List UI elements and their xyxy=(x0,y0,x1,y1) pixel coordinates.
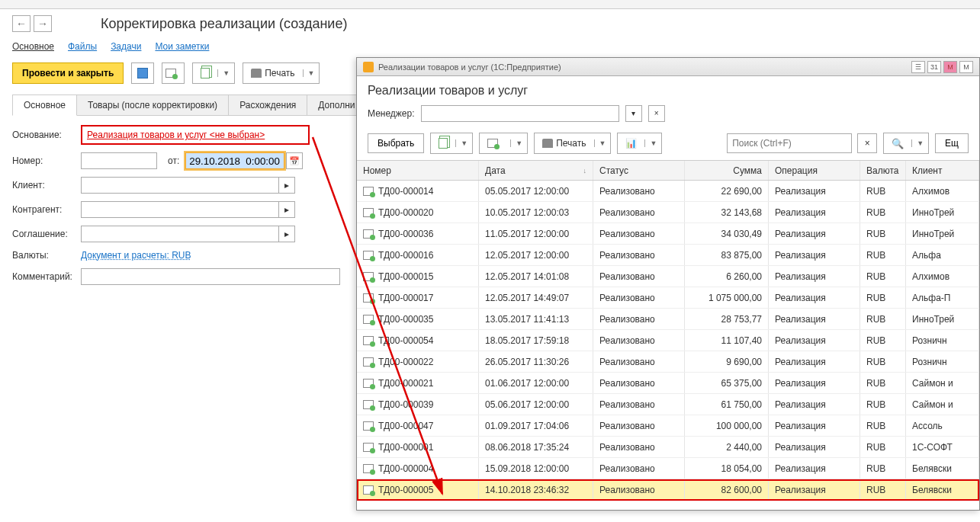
magnify-icon: 🔍 xyxy=(884,138,911,149)
table-row[interactable]: ТД00-00001405.05.2017 12:00:00Реализован… xyxy=(357,181,979,202)
doc-icon xyxy=(363,443,374,452)
edi-button[interactable]: ▼ xyxy=(479,133,528,154)
table-row[interactable]: ТД00-00001512.05.2017 14:01:08Реализован… xyxy=(357,266,979,287)
section-tab-notes[interactable]: Мои заметки xyxy=(155,41,209,52)
table-row[interactable]: ТД00-00003513.05.2017 11:41:13Реализован… xyxy=(357,309,979,330)
grid: Номер Дата↓ Статус Сумма Операция Валюта… xyxy=(357,160,979,510)
table-row[interactable]: ТД00-00000108.06.2018 17:35:24Реализован… xyxy=(357,437,979,458)
save-icon xyxy=(137,68,148,78)
manager-input[interactable] xyxy=(421,105,619,122)
table-row[interactable]: ТД00-00002010.05.2017 12:00:03Реализован… xyxy=(357,202,979,223)
doc-icon xyxy=(363,293,374,303)
calendar-button[interactable]: 📅 xyxy=(286,152,303,169)
doc-icon xyxy=(363,229,374,239)
table-row[interactable]: ТД00-00004701.09.2017 17:04:06Реализован… xyxy=(357,415,979,437)
table-row[interactable]: ТД00-00001612.05.2017 12:00:00Реализован… xyxy=(357,245,979,266)
doc-icon xyxy=(363,379,374,388)
nav-back-button[interactable]: ← xyxy=(12,15,31,32)
col-operation[interactable]: Операция xyxy=(769,161,860,180)
top-bar xyxy=(0,0,980,9)
comment-input[interactable] xyxy=(81,268,340,285)
search-clear-button[interactable]: × xyxy=(857,133,877,153)
sort-indicator-icon: ↓ xyxy=(583,167,587,175)
col-status[interactable]: Статус xyxy=(593,161,685,180)
titlebar-cal-button[interactable]: 31 xyxy=(927,61,941,73)
selection-header: Реализации товаров и услуг xyxy=(357,76,979,102)
form-tab-main[interactable]: Основное xyxy=(12,94,77,116)
titlebar-m-button[interactable]: M xyxy=(943,61,957,73)
manager-clear-button[interactable]: × xyxy=(648,105,665,122)
table-row[interactable]: ТД00-00005418.05.2017 17:59:18Реализован… xyxy=(357,330,979,351)
print-icon xyxy=(251,69,262,78)
doc-icon xyxy=(363,357,374,367)
titlebar-m2-button[interactable]: M xyxy=(959,61,973,73)
agreement-input[interactable] xyxy=(81,226,279,242)
print-icon xyxy=(542,139,553,148)
section-tab-main[interactable]: Основное xyxy=(12,41,54,52)
manager-dropdown-button[interactable]: ▾ xyxy=(625,105,642,122)
doc-icon xyxy=(363,208,374,217)
table-row[interactable]: ТД00-00003905.06.2017 12:00:00Реализован… xyxy=(357,394,979,415)
doc-icon xyxy=(487,139,498,148)
basis-link[interactable]: Реализация товаров и услуг <не выбран> xyxy=(87,130,265,140)
counterparty-lookup-button[interactable]: ▸ xyxy=(278,201,295,218)
app-icon xyxy=(363,62,374,72)
currency-label: Валюты: xyxy=(12,250,81,261)
save-button[interactable] xyxy=(131,62,154,84)
reports-button[interactable]: 📊▼ xyxy=(617,133,662,154)
section-tabs: Основное Файлы Задачи Мои заметки xyxy=(0,35,980,58)
section-tab-tasks[interactable]: Задачи xyxy=(111,41,141,52)
grid-body: ТД00-00001405.05.2017 12:00:00Реализован… xyxy=(357,181,979,501)
page-title: Корректировка реализации (создание) xyxy=(101,16,347,32)
col-sum[interactable]: Сумма xyxy=(685,161,769,180)
create-based-on-button[interactable]: ▼ xyxy=(192,62,235,84)
agreement-lookup-button[interactable]: ▸ xyxy=(278,226,295,242)
selection-titlebar[interactable]: Реализации товаров и услуг (1С:Предприят… xyxy=(357,58,979,76)
form-tab-discrepancy[interactable]: Расхождения xyxy=(228,94,307,115)
print-button[interactable]: Печать▼ xyxy=(243,62,320,84)
nav-forward-button[interactable]: → xyxy=(34,15,52,32)
currency-link[interactable]: Документ и расчеты: RUB xyxy=(81,250,191,261)
post-button[interactable] xyxy=(162,62,185,84)
counterparty-label: Контрагент: xyxy=(12,204,81,215)
table-row[interactable]: ТД00-00000514.10.2018 23:46:32Реализован… xyxy=(357,479,979,501)
search-input[interactable] xyxy=(732,138,847,149)
table-row[interactable]: ТД00-00002101.06.2017 12:00:00Реализован… xyxy=(357,373,979,394)
table-row[interactable]: ТД00-00003611.05.2017 12:00:00Реализован… xyxy=(357,223,979,245)
client-input[interactable] xyxy=(81,177,279,194)
client-lookup-button[interactable]: ▸ xyxy=(278,177,295,194)
select-button[interactable]: Выбрать xyxy=(368,133,424,153)
grid-header: Номер Дата↓ Статус Сумма Операция Валюта… xyxy=(357,161,979,181)
search-box[interactable] xyxy=(727,133,852,153)
col-number[interactable]: Номер xyxy=(357,161,479,180)
manager-label: Менеджер: xyxy=(368,108,415,119)
doc-icon xyxy=(363,187,374,196)
titlebar-calc-button[interactable]: ☰ xyxy=(911,61,925,73)
agreement-label: Соглашение: xyxy=(12,229,81,239)
sel-print-button[interactable]: Печать▼ xyxy=(534,133,611,154)
doc-icon xyxy=(363,315,374,324)
date-input[interactable] xyxy=(185,152,284,169)
copy-icon xyxy=(201,68,210,78)
client-label: Клиент: xyxy=(12,180,81,191)
number-input[interactable] xyxy=(81,152,157,169)
section-tab-files[interactable]: Файлы xyxy=(68,41,97,52)
col-currency[interactable]: Валюта xyxy=(860,161,906,180)
col-date[interactable]: Дата↓ xyxy=(479,161,593,180)
doc-icon xyxy=(363,485,374,495)
counterparty-input[interactable] xyxy=(81,201,279,218)
basis-field[interactable]: Реализация товаров и услуг <не выбран> xyxy=(81,125,310,145)
post-icon xyxy=(165,69,176,78)
more-button[interactable]: Ещ xyxy=(935,133,969,153)
doc-icon xyxy=(363,251,374,260)
table-row[interactable]: ТД00-00000415.09.2018 12:00:00Реализован… xyxy=(357,458,979,479)
create-based-button[interactable]: ▼ xyxy=(430,133,473,154)
print-label: Печать xyxy=(265,68,294,78)
find-button[interactable]: 🔍▼ xyxy=(883,133,929,154)
form-tab-goods[interactable]: Товары (после корректировки) xyxy=(76,94,229,115)
table-row[interactable]: ТД00-00001712.05.2017 14:49:07Реализован… xyxy=(357,287,979,309)
col-client[interactable]: Клиент xyxy=(906,161,979,180)
print-label: Печать xyxy=(556,138,586,149)
table-row[interactable]: ТД00-00002226.05.2017 11:30:26Реализован… xyxy=(357,351,979,373)
post-and-close-button[interactable]: Провести и закрыть xyxy=(12,62,124,84)
